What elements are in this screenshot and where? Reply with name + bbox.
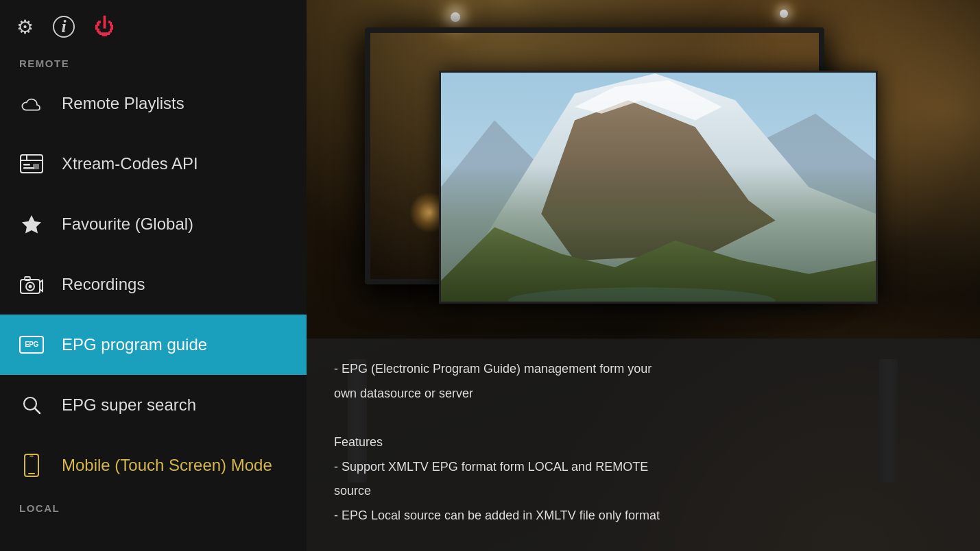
info-line-6: source <box>334 481 953 502</box>
svg-rect-4 <box>23 167 34 169</box>
remote-playlists-label: Remote Playlists <box>62 94 184 113</box>
svg-marker-6 <box>22 215 41 234</box>
svg-line-12 <box>35 408 40 414</box>
recordings-label: Recordings <box>62 275 145 294</box>
info-line-4: Features <box>334 432 953 453</box>
settings-icon[interactable]: ⚙ <box>16 16 34 38</box>
svg-rect-5 <box>33 164 39 169</box>
mobile-icon <box>19 454 44 477</box>
svg-rect-10 <box>25 277 30 280</box>
info-line-1: - EPG (Electronic Program Guide) managem… <box>334 359 953 380</box>
sidebar-item-favourite[interactable]: Favourite (Global) <box>0 194 307 254</box>
tv-screen <box>439 71 878 304</box>
sidebar-header: ⚙ i ⏻ <box>0 0 307 51</box>
power-icon[interactable]: ⏻ <box>94 15 115 38</box>
remote-section-label: REMOTE <box>0 51 307 73</box>
ceiling-light-2 <box>780 10 788 18</box>
epg-guide-label: EPG program guide <box>62 335 207 354</box>
sidebar-item-epg-guide[interactable]: EPG EPG program guide <box>0 315 307 375</box>
svg-rect-3 <box>23 164 30 166</box>
svg-point-9 <box>29 285 32 289</box>
mobile-mode-label: Mobile (Touch Screen) Mode <box>62 456 272 475</box>
local-section-label: LOCAL <box>0 495 307 518</box>
sidebar-item-mobile-mode[interactable]: Mobile (Touch Screen) Mode <box>0 435 307 495</box>
sidebar-item-xtream-codes[interactable]: Xtream-Codes API <box>0 134 307 194</box>
info-line-5: - Support XMLTV EPG format form LOCAL an… <box>334 457 953 478</box>
cloud-icon <box>19 94 44 113</box>
xtream-icon <box>19 154 44 173</box>
epg-super-search-label: EPG super search <box>62 395 196 415</box>
svg-rect-0 <box>21 155 43 173</box>
ceiling-light-1 <box>451 12 460 22</box>
search-icon <box>19 395 44 415</box>
xtream-codes-label: Xtream-Codes API <box>62 154 198 173</box>
star-icon <box>19 214 44 234</box>
info-line-2: own datasource or server <box>334 384 953 404</box>
sidebar-item-recordings[interactable]: Recordings <box>0 254 307 315</box>
info-overlay: - EPG (Electronic Program Guide) managem… <box>307 339 980 551</box>
recordings-icon <box>19 274 44 295</box>
info-icon[interactable]: i <box>53 16 75 38</box>
info-line-7: - EPG Local source can be added in XMLTV… <box>334 506 953 526</box>
tv-frame <box>365 27 824 284</box>
svg-marker-20 <box>441 228 876 302</box>
sidebar-item-epg-search[interactable]: EPG super search <box>0 375 307 435</box>
epg-icon: EPG <box>19 336 44 354</box>
info-line-3 <box>334 408 953 428</box>
main-content: - EPG (Electronic Program Guide) managem… <box>307 0 980 551</box>
sidebar-item-remote-playlists[interactable]: Remote Playlists <box>0 73 307 134</box>
favourite-label: Favourite (Global) <box>62 215 193 234</box>
sidebar: ⚙ i ⏻ REMOTE Remote Playlists Xtream-Cod… <box>0 0 307 551</box>
svg-point-22 <box>508 287 776 302</box>
